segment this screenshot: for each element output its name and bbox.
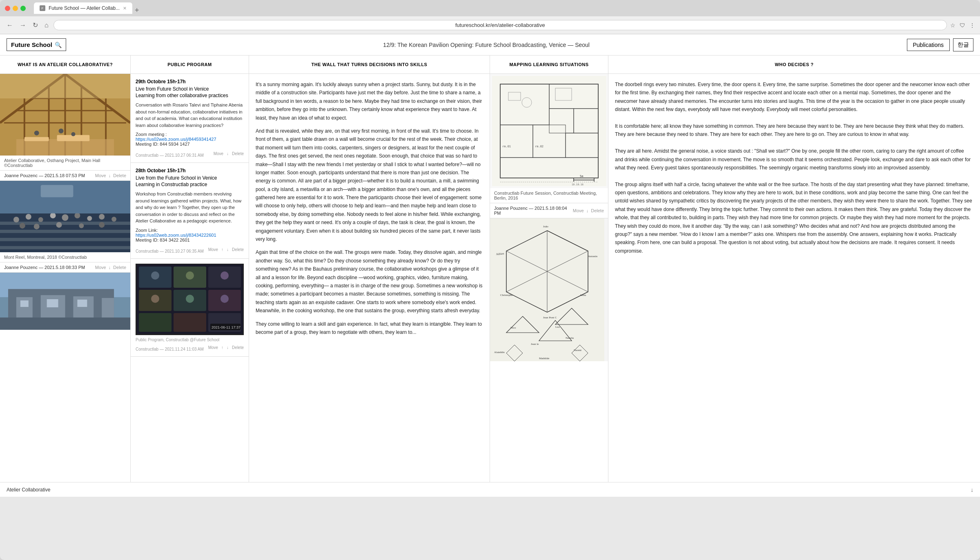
svg-point-35 xyxy=(34,224,40,229)
col4-author1-row: Joanne Pouzenc — 2021.5.18 08:04 PM Move… xyxy=(490,203,608,218)
svg-rect-24 xyxy=(0,246,130,249)
post2-line1: Live from the Future School in Venice xyxy=(136,175,244,181)
publications-button[interactable]: Publications xyxy=(907,39,950,51)
col1-author1: Joanne Pouzenc — 2021.5.18 07:53 PM xyxy=(4,173,85,178)
tab-favicon: F xyxy=(40,5,45,11)
main-content: WHAT IS AN ATELIER COLLABORATIVE? PUBLIC… xyxy=(0,56,980,482)
svg-point-65 xyxy=(151,295,159,303)
close-button[interactable] xyxy=(5,6,10,11)
col5-para: The doorbell rings every two minutes. Ev… xyxy=(615,80,973,255)
status-label: Atelier Collaborative xyxy=(7,487,50,493)
col1-actions2: Move ↓ Delete xyxy=(95,265,126,270)
col4-down1-button[interactable]: ↓ xyxy=(586,208,589,213)
svg-rect-23 xyxy=(0,238,130,241)
col4-caption1: Constructlab Future Session, Constructla… xyxy=(490,188,608,203)
svg-text:Nico: Nico xyxy=(510,326,516,329)
home-button[interactable]: ⌂ xyxy=(43,21,50,30)
post3-move-button[interactable]: Move xyxy=(208,345,218,350)
post-block-1: 29th Octobre 15h-17h Live from Future Sc… xyxy=(131,74,249,163)
col1-header: WHAT IS AN ATELIER COLLABORATIVE? xyxy=(0,56,131,73)
col1-image1 xyxy=(0,74,130,156)
post2-meta: Constructlab — 2021.10.27 06:35 AM xyxy=(136,249,204,253)
col4-move1-button[interactable]: Move xyxy=(573,208,584,213)
svg-point-16 xyxy=(59,129,64,133)
svg-point-63 xyxy=(186,271,194,280)
post2-footer: Constructlab — 2021.10.27 06:35 AM Move … xyxy=(136,246,244,253)
post3-down-button[interactable]: ↓ xyxy=(227,345,229,350)
col1-down1-button[interactable]: ↓ xyxy=(109,173,111,178)
post1-meeting-id: Meeting ID: 844 5934 1427 xyxy=(136,142,244,147)
col1-delete1-button[interactable]: Delete xyxy=(113,173,126,178)
post1-zoom-link[interactable]: https://us02web.zoom.us/j/84459341427 xyxy=(136,137,244,142)
post2-up-button[interactable]: ↑ xyxy=(221,247,223,252)
post1-meta: Constructlab — 2021.10.27 06:31 AM xyxy=(136,153,204,158)
active-tab[interactable]: F Future School — Atelier Collab... ✕ xyxy=(34,2,132,14)
tab-close-icon[interactable]: ✕ xyxy=(123,6,127,11)
post3-delete-button[interactable]: Delete xyxy=(232,345,244,350)
address-bar[interactable]: futureschool.kr/en/atelier-collaborative xyxy=(53,20,947,30)
columns-container: Atelier Collaborative, Osthang Project, … xyxy=(0,74,980,482)
blueprint-svg2: Adrien Antonin João Christophe Anna Jean… xyxy=(490,218,604,361)
post3-meta: Constructlab — 2021.11.24 11:03 AM xyxy=(136,347,204,351)
col1-move2-button[interactable]: Move xyxy=(95,265,106,270)
svg-rect-48 xyxy=(20,300,29,307)
svg-text:João: João xyxy=(543,225,548,228)
notification-bar: 12/9: The Korean Pavilion Opening: Futur… xyxy=(66,42,907,48)
col1-caption1: Atelier Collaborative, Osthang Project, … xyxy=(0,156,130,171)
minimize-button[interactable] xyxy=(13,6,18,11)
svg-point-28 xyxy=(50,213,56,218)
svg-point-32 xyxy=(99,214,105,220)
exterior-svg xyxy=(0,273,130,330)
bookmark-icon[interactable]: ☆ xyxy=(950,22,956,29)
post1-delete-button[interactable]: Delete xyxy=(232,151,244,156)
post1-line2: Learning from other collaborative practi… xyxy=(136,93,244,98)
post1-move-button[interactable]: Move xyxy=(214,151,223,156)
shield-icon: 🛡 xyxy=(960,22,965,29)
col1: Atelier Collaborative, Osthang Project, … xyxy=(0,74,131,482)
svg-rect-49 xyxy=(47,299,58,307)
language-button[interactable]: 한글 xyxy=(953,38,973,51)
svg-point-62 xyxy=(151,271,159,280)
post2-zoom-label: Zoom Link: xyxy=(136,228,244,233)
col3-para1: It's a sunny morning again. It's luckily… xyxy=(256,80,483,122)
svg-rect-51 xyxy=(0,318,130,330)
col4-delete1-button[interactable]: Delete xyxy=(591,208,604,213)
post2-delete-button[interactable]: Delete xyxy=(232,247,244,252)
post2-down-button[interactable]: ↓ xyxy=(227,247,229,252)
menu-icon[interactable]: ⋮ xyxy=(969,22,975,29)
back-button[interactable]: ← xyxy=(5,21,15,30)
browser-window: F Future School — Atelier Collab... ✕ + … xyxy=(0,0,980,560)
svg-text:rm.02: rm.02 xyxy=(535,145,543,148)
svg-text:Alaàddin: Alaàddin xyxy=(494,351,505,354)
new-tab-button[interactable]: + xyxy=(135,7,139,14)
svg-point-38 xyxy=(99,222,105,228)
forward-button[interactable]: → xyxy=(18,21,28,30)
site-brand[interactable]: Future School 🔍 xyxy=(7,38,66,51)
post2-zoom-link[interactable]: https://us02web.zoom.us/j/83434222601 xyxy=(136,233,244,238)
post2-move-button[interactable]: Move xyxy=(208,247,218,252)
col4-author1: Joanne Pouzenc — 2021.5.18 08:04 PM xyxy=(494,206,573,216)
post-block-2: 28th October 15h-17h Live from the Futur… xyxy=(131,163,249,259)
svg-text:Naomi: Naomi xyxy=(574,349,581,352)
column-headers: WHAT IS AN ATELIER COLLABORATIVE? PUBLIC… xyxy=(0,56,980,74)
col1-move1-button[interactable]: Move xyxy=(95,173,106,178)
post1-down-button[interactable]: ↓ xyxy=(227,151,229,156)
svg-rect-12 xyxy=(16,139,114,156)
post3-up-button[interactable]: ↑ xyxy=(221,345,223,350)
svg-point-30 xyxy=(74,213,80,218)
svg-text:Jean le: Jean le xyxy=(531,342,539,346)
post2-body: Workshop from Constructlab members revol… xyxy=(136,191,244,224)
svg-text:Antonin: Antonin xyxy=(588,255,597,258)
post1-line1: Live from Future School in Venice xyxy=(136,86,244,92)
search-button[interactable]: 🔍 xyxy=(55,42,62,48)
status-scroll-icon[interactable]: ↓ xyxy=(971,487,973,493)
reload-button[interactable]: ↻ xyxy=(31,20,40,30)
col1-down2-button[interactable]: ↓ xyxy=(109,265,111,270)
svg-point-34 xyxy=(20,223,25,229)
svg-point-17 xyxy=(71,132,75,136)
col1-delete2-button[interactable]: Delete xyxy=(113,265,126,270)
svg-rect-60 xyxy=(174,313,206,332)
fullscreen-button[interactable] xyxy=(20,6,26,11)
col4: rm.01 rm.02 5m 10.10.16 Constructlab Fut… xyxy=(490,74,608,482)
svg-text:5m: 5m xyxy=(580,175,583,178)
